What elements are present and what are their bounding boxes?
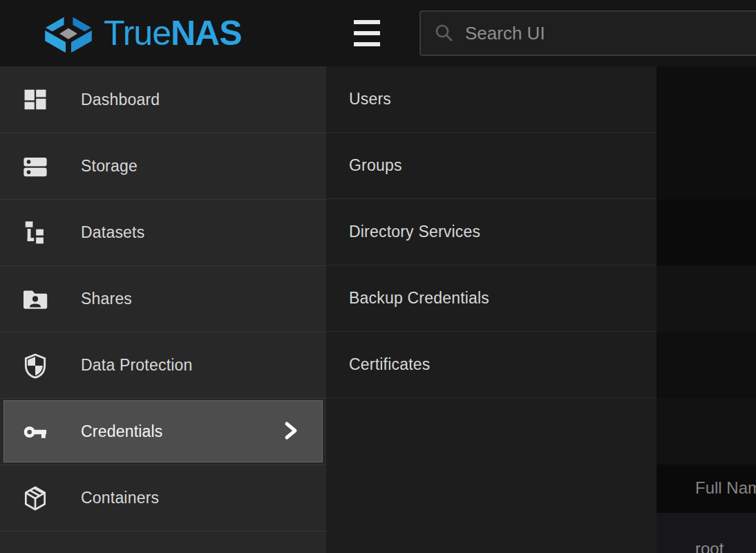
submenu-item-groups[interactable]: Groups xyxy=(326,133,656,199)
sidebar-item-label: Datasets xyxy=(81,223,144,242)
submenu-item-users[interactable]: Users xyxy=(326,66,656,133)
truenas-logo-text: TrueNAS xyxy=(104,0,242,66)
selected-item-highlight xyxy=(3,400,323,462)
logo-text-bold: NAS xyxy=(171,14,242,53)
dimmed-row xyxy=(656,66,756,199)
dimmed-row xyxy=(656,199,756,265)
dashboard-icon xyxy=(22,86,48,113)
sidebar-item-shares[interactable]: Shares xyxy=(0,265,326,332)
sidebar-item-datasets[interactable]: Datasets xyxy=(0,199,326,265)
sidebar-item-credentials[interactable]: Credentials xyxy=(0,398,326,465)
table-header-row: Full Name xyxy=(656,465,756,513)
key-icon xyxy=(22,419,48,445)
truenas-logo-icon xyxy=(40,10,97,56)
dimmed-row xyxy=(656,265,756,332)
sidebar-item-containers[interactable]: Containers xyxy=(0,465,326,531)
sidebar-item-label: Data Protection xyxy=(81,356,193,375)
background-page-preview: Full Name root Local Administrator xyxy=(656,66,756,553)
sidebar-item-dashboard[interactable]: Dashboard xyxy=(0,66,326,133)
sidebar-item-storage[interactable]: Storage xyxy=(0,133,326,199)
sidebar-item-data-protection[interactable]: Data Protection xyxy=(0,332,326,398)
truenas-app: TrueNAS Full Name root Local Administrat… xyxy=(0,0,756,553)
table-row: root xyxy=(656,513,756,553)
search-input[interactable] xyxy=(465,23,714,44)
sidebar-item-label: Dashboard xyxy=(81,91,160,109)
sidebar-navigation: Dashboard Storage xyxy=(0,66,326,553)
shield-icon xyxy=(22,353,48,379)
dimmed-row xyxy=(656,398,756,465)
submenu-item-backup-credentials[interactable]: Backup Credentials xyxy=(326,265,656,332)
sidebar-item-label: Shares xyxy=(81,290,132,308)
shared-folder-icon xyxy=(22,286,48,312)
datasets-icon xyxy=(22,220,48,246)
hamburger-menu-icon[interactable] xyxy=(351,19,383,48)
credentials-submenu: Users Groups Directory Services Backup C… xyxy=(326,66,656,553)
sidebar-item-label: Credentials xyxy=(81,422,163,441)
truenas-logo[interactable]: TrueNAS xyxy=(40,0,242,66)
submenu-item-directory-services[interactable]: Directory Services xyxy=(326,199,656,265)
storage-icon xyxy=(22,153,48,180)
search-icon xyxy=(433,22,455,44)
top-bar: TrueNAS xyxy=(0,0,756,66)
global-search[interactable] xyxy=(419,10,756,56)
full-name-column-header: Full Name xyxy=(695,478,756,498)
sidebar-item-label: Storage xyxy=(81,157,138,176)
logo-text-regular: True xyxy=(104,14,171,53)
sidebar-item-label: Containers xyxy=(81,489,159,507)
full-name-cell: root xyxy=(695,539,724,553)
dimmed-row xyxy=(656,332,756,398)
chevron-right-icon xyxy=(282,420,300,444)
cube-icon xyxy=(22,485,48,512)
submenu-item-certificates[interactable]: Certificates xyxy=(326,332,656,398)
sidebar-item-partial[interactable] xyxy=(0,531,326,553)
